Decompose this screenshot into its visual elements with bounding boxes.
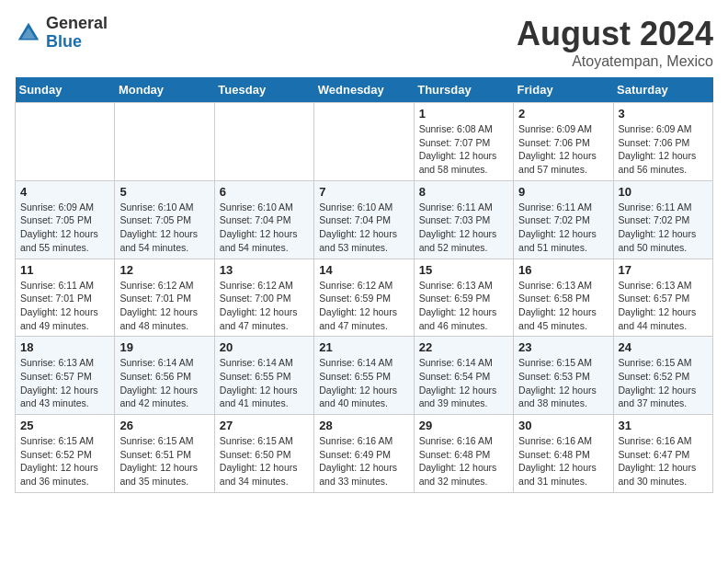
- day-info: Sunrise: 6:16 AM Sunset: 6:48 PM Dayligh…: [518, 434, 608, 488]
- day-info: Sunrise: 6:14 AM Sunset: 6:54 PM Dayligh…: [419, 356, 508, 410]
- logo-general-text: General: [46, 15, 108, 33]
- calendar-cell: 16Sunrise: 6:13 AM Sunset: 6:58 PM Dayli…: [514, 259, 613, 337]
- day-number: 11: [20, 263, 109, 277]
- calendar-cell: 18Sunrise: 6:13 AM Sunset: 6:57 PM Dayli…: [16, 337, 115, 415]
- day-number: 17: [619, 263, 708, 277]
- calendar-cell: 12Sunrise: 6:12 AM Sunset: 7:01 PM Dayli…: [115, 259, 214, 337]
- day-info: Sunrise: 6:12 AM Sunset: 7:00 PM Dayligh…: [220, 279, 309, 333]
- weekday-header-wednesday: Wednesday: [314, 77, 414, 103]
- day-info: Sunrise: 6:08 AM Sunset: 7:07 PM Dayligh…: [419, 122, 508, 177]
- calendar-cell: 10Sunrise: 6:11 AM Sunset: 7:02 PM Dayli…: [613, 180, 712, 259]
- title-block: August 2024 Atoyatempan, Mexico: [517, 15, 713, 70]
- day-number: 31: [619, 419, 708, 432]
- day-info: Sunrise: 6:12 AM Sunset: 7:01 PM Dayligh…: [119, 279, 209, 333]
- calendar-cell: 14Sunrise: 6:12 AM Sunset: 6:59 PM Dayli…: [314, 259, 414, 337]
- weekday-header-row: SundayMondayTuesdayWednesdayThursdayFrid…: [16, 77, 713, 103]
- calendar-cell: 13Sunrise: 6:12 AM Sunset: 7:00 PM Dayli…: [214, 259, 313, 337]
- calendar-week-row: 4Sunrise: 6:09 AM Sunset: 7:05 PM Daylig…: [16, 180, 713, 259]
- logo-icon: [15, 19, 42, 47]
- calendar-cell: [214, 103, 313, 181]
- day-info: Sunrise: 6:12 AM Sunset: 6:59 PM Dayligh…: [319, 279, 408, 333]
- day-info: Sunrise: 6:16 AM Sunset: 6:49 PM Dayligh…: [319, 434, 408, 488]
- day-number: 22: [419, 340, 508, 354]
- day-info: Sunrise: 6:09 AM Sunset: 7:06 PM Dayligh…: [518, 122, 608, 177]
- location-subtitle: Atoyatempan, Mexico: [517, 53, 713, 70]
- day-info: Sunrise: 6:15 AM Sunset: 6:50 PM Dayligh…: [220, 434, 309, 488]
- day-number: 27: [220, 419, 309, 432]
- day-info: Sunrise: 6:11 AM Sunset: 7:02 PM Dayligh…: [619, 201, 708, 255]
- day-info: Sunrise: 6:10 AM Sunset: 7:05 PM Dayligh…: [119, 201, 209, 255]
- calendar-cell: 25Sunrise: 6:15 AM Sunset: 6:52 PM Dayli…: [16, 415, 115, 493]
- day-number: 7: [319, 185, 408, 199]
- calendar-cell: 28Sunrise: 6:16 AM Sunset: 6:49 PM Dayli…: [314, 415, 414, 493]
- day-info: Sunrise: 6:10 AM Sunset: 7:04 PM Dayligh…: [319, 201, 408, 255]
- calendar-cell: 31Sunrise: 6:16 AM Sunset: 6:47 PM Dayli…: [613, 415, 712, 493]
- day-number: 12: [119, 263, 209, 277]
- day-info: Sunrise: 6:11 AM Sunset: 7:02 PM Dayligh…: [518, 201, 608, 255]
- day-info: Sunrise: 6:16 AM Sunset: 6:48 PM Dayligh…: [419, 434, 508, 488]
- calendar-cell: 5Sunrise: 6:10 AM Sunset: 7:05 PM Daylig…: [115, 180, 214, 259]
- day-info: Sunrise: 6:15 AM Sunset: 6:53 PM Dayligh…: [518, 356, 608, 410]
- weekday-header-monday: Monday: [115, 77, 214, 103]
- day-number: 1: [419, 107, 508, 121]
- day-info: Sunrise: 6:14 AM Sunset: 6:55 PM Dayligh…: [319, 356, 408, 410]
- day-info: Sunrise: 6:13 AM Sunset: 6:59 PM Dayligh…: [419, 279, 508, 333]
- day-info: Sunrise: 6:15 AM Sunset: 6:52 PM Dayligh…: [619, 356, 708, 410]
- calendar-cell: 9Sunrise: 6:11 AM Sunset: 7:02 PM Daylig…: [514, 180, 613, 259]
- day-number: 19: [119, 340, 209, 354]
- day-number: 5: [119, 185, 209, 199]
- day-info: Sunrise: 6:15 AM Sunset: 6:52 PM Dayligh…: [20, 434, 109, 488]
- calendar-table: SundayMondayTuesdayWednesdayThursdayFrid…: [15, 77, 713, 493]
- day-info: Sunrise: 6:14 AM Sunset: 6:55 PM Dayligh…: [220, 356, 309, 410]
- day-number: 28: [319, 419, 408, 432]
- calendar-cell: 6Sunrise: 6:10 AM Sunset: 7:04 PM Daylig…: [214, 180, 313, 259]
- calendar-cell: 3Sunrise: 6:09 AM Sunset: 7:06 PM Daylig…: [613, 103, 712, 181]
- weekday-header-sunday: Sunday: [16, 77, 115, 103]
- day-number: 21: [319, 340, 408, 354]
- calendar-cell: 26Sunrise: 6:15 AM Sunset: 6:51 PM Dayli…: [115, 415, 214, 493]
- day-info: Sunrise: 6:11 AM Sunset: 7:03 PM Dayligh…: [419, 201, 508, 255]
- day-number: 15: [419, 263, 508, 277]
- calendar-week-row: 11Sunrise: 6:11 AM Sunset: 7:01 PM Dayli…: [16, 259, 713, 337]
- day-info: Sunrise: 6:13 AM Sunset: 6:57 PM Dayligh…: [619, 279, 708, 333]
- day-info: Sunrise: 6:15 AM Sunset: 6:51 PM Dayligh…: [119, 434, 209, 488]
- calendar-cell: 11Sunrise: 6:11 AM Sunset: 7:01 PM Dayli…: [16, 259, 115, 337]
- day-info: Sunrise: 6:11 AM Sunset: 7:01 PM Dayligh…: [20, 279, 109, 333]
- calendar-cell: 29Sunrise: 6:16 AM Sunset: 6:48 PM Dayli…: [414, 415, 513, 493]
- day-number: 20: [220, 340, 309, 354]
- day-info: Sunrise: 6:09 AM Sunset: 7:05 PM Dayligh…: [20, 201, 109, 255]
- calendar-cell: 17Sunrise: 6:13 AM Sunset: 6:57 PM Dayli…: [613, 259, 712, 337]
- day-number: 10: [619, 185, 708, 199]
- weekday-header-friday: Friday: [514, 77, 613, 103]
- day-info: Sunrise: 6:09 AM Sunset: 7:06 PM Dayligh…: [619, 122, 708, 177]
- day-number: 4: [20, 185, 109, 199]
- day-number: 26: [119, 419, 209, 432]
- calendar-cell: 1Sunrise: 6:08 AM Sunset: 7:07 PM Daylig…: [414, 103, 513, 181]
- calendar-cell: 22Sunrise: 6:14 AM Sunset: 6:54 PM Dayli…: [414, 337, 513, 415]
- calendar-cell: 23Sunrise: 6:15 AM Sunset: 6:53 PM Dayli…: [514, 337, 613, 415]
- calendar-cell: 15Sunrise: 6:13 AM Sunset: 6:59 PM Dayli…: [414, 259, 513, 337]
- day-number: 3: [619, 107, 708, 121]
- calendar-cell: 2Sunrise: 6:09 AM Sunset: 7:06 PM Daylig…: [514, 103, 613, 181]
- day-number: 13: [220, 263, 309, 277]
- calendar-cell: 8Sunrise: 6:11 AM Sunset: 7:03 PM Daylig…: [414, 180, 513, 259]
- day-info: Sunrise: 6:13 AM Sunset: 6:57 PM Dayligh…: [20, 356, 109, 410]
- calendar-week-row: 1Sunrise: 6:08 AM Sunset: 7:07 PM Daylig…: [16, 103, 713, 181]
- calendar-cell: 21Sunrise: 6:14 AM Sunset: 6:55 PM Dayli…: [314, 337, 414, 415]
- day-number: 24: [619, 340, 708, 354]
- day-number: 9: [518, 185, 608, 199]
- day-number: 23: [518, 340, 608, 354]
- month-year-title: August 2024: [517, 15, 713, 53]
- logo-blue-text: Blue: [46, 33, 108, 52]
- day-info: Sunrise: 6:16 AM Sunset: 6:47 PM Dayligh…: [619, 434, 708, 488]
- calendar-cell: 19Sunrise: 6:14 AM Sunset: 6:56 PM Dayli…: [115, 337, 214, 415]
- calendar-cell: 7Sunrise: 6:10 AM Sunset: 7:04 PM Daylig…: [314, 180, 414, 259]
- day-number: 25: [20, 419, 109, 432]
- day-number: 16: [518, 263, 608, 277]
- day-number: 14: [319, 263, 408, 277]
- calendar-week-row: 18Sunrise: 6:13 AM Sunset: 6:57 PM Dayli…: [16, 337, 713, 415]
- day-info: Sunrise: 6:14 AM Sunset: 6:56 PM Dayligh…: [119, 356, 209, 410]
- logo-text: General Blue: [46, 15, 108, 52]
- day-number: 6: [220, 185, 309, 199]
- day-number: 8: [419, 185, 508, 199]
